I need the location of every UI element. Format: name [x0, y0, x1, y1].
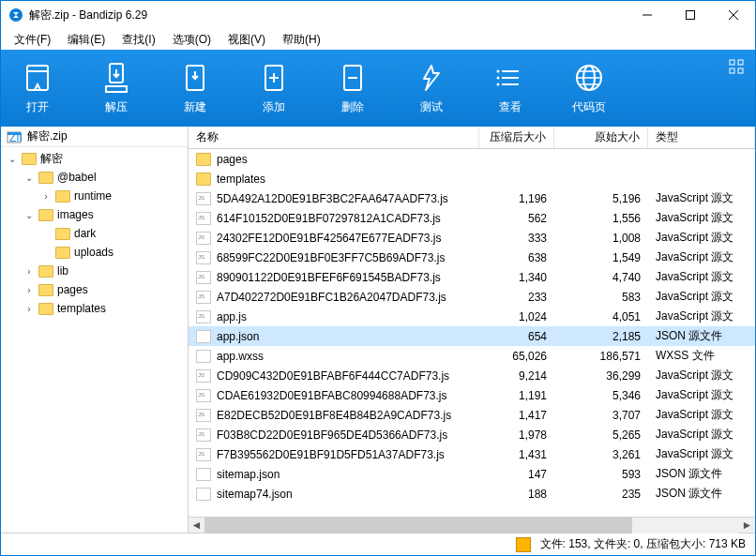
file-row[interactable]: CDAE61932D0E91BFABC80994688ADF73.js1,191… — [189, 385, 755, 405]
col-name[interactable]: 名称 — [189, 127, 479, 148]
close-button[interactable] — [712, 1, 755, 29]
toolbar-test-button[interactable]: 测试 — [406, 62, 457, 115]
expand-icon[interactable]: › — [23, 284, 35, 295]
menu-item[interactable]: 编辑(E) — [60, 30, 113, 50]
toolbar-view-button[interactable]: 查看 — [485, 62, 536, 115]
cell-type: JavaScript 源文 — [648, 210, 755, 226]
sidebar: ZIP 解密.zip ⌄解密⌄@babel›runtime⌄imagesdark… — [1, 127, 189, 533]
expand-icon[interactable]: ⌄ — [23, 209, 35, 220]
toolbar-codepage-button[interactable]: 代码页 — [564, 62, 614, 115]
toolbar-label: 新建 — [184, 99, 206, 115]
col-compressed[interactable]: 压缩后大小 — [479, 127, 554, 148]
file-row[interactable]: templates — [189, 169, 755, 188]
cell-name: 68599FC22D0E91BF0E3FF7C5B69ADF73.js — [189, 251, 479, 264]
scroll-track[interactable] — [204, 518, 739, 533]
cell-type: JavaScript 源文 — [648, 407, 755, 423]
minimize-button[interactable] — [626, 1, 669, 29]
cell-compressed: 147 — [479, 468, 554, 481]
maximize-button[interactable] — [669, 1, 712, 29]
tree-node[interactable]: uploads — [1, 243, 188, 262]
file-rows[interactable]: pagestemplates5DA492A12D0E91BF3BC2FAA647… — [189, 149, 755, 517]
col-original[interactable]: 原始大小 — [554, 127, 648, 148]
expand-icon[interactable] — [40, 247, 52, 258]
menu-item[interactable]: 帮助(H) — [275, 30, 328, 50]
file-row[interactable]: A7D402272D0E91BFC1B26A2047DADF73.js23358… — [189, 287, 755, 307]
expand-icon[interactable]: ⌄ — [7, 153, 18, 164]
tree-node[interactable]: ⌄解密 — [1, 149, 188, 168]
tree-label: lib — [57, 264, 68, 278]
file-row[interactable]: E82DECB52D0E91BF8E4B84B2A9CADF73.js1,417… — [189, 405, 755, 425]
expand-icon[interactable]: › — [23, 265, 35, 277]
cell-name: pages — [189, 153, 479, 166]
folder-icon — [38, 303, 53, 315]
horizontal-scrollbar[interactable]: ◄ ► — [189, 517, 755, 533]
cell-name: F03B8CD22D0E91BF965DE4D5366ADF73.js — [189, 428, 479, 442]
tree-node[interactable]: ›lib — [1, 262, 188, 280]
file-name: E82DECB52D0E91BF8E4B84B2A9CADF73.js — [217, 409, 451, 422]
file-row[interactable]: 614F10152D0E91BF07297812A1CADF73.js5621,… — [189, 208, 755, 228]
toolbar-add-button[interactable]: 添加 — [249, 62, 299, 115]
svg-point-12 — [497, 83, 500, 85]
js-icon — [196, 310, 211, 323]
scroll-thumb[interactable] — [204, 518, 632, 533]
file-row[interactable]: sitemap.json147593JSON 源文件 — [189, 464, 755, 484]
expand-icon[interactable] — [40, 228, 52, 239]
main-body: ZIP 解密.zip ⌄解密⌄@babel›runtime⌄imagesdark… — [1, 127, 755, 533]
titlebar: 解密.zip - Bandizip 6.29 — [1, 1, 755, 29]
file-row[interactable]: 68599FC22D0E91BF0E3FF7C5B69ADF73.js6381,… — [189, 248, 755, 267]
tree-node[interactable]: ⌄images — [1, 205, 188, 224]
menu-item[interactable]: 查找(I) — [114, 30, 162, 50]
tree-label: uploads — [74, 246, 113, 259]
file-row[interactable]: pages — [189, 149, 755, 169]
folder-icon — [55, 228, 70, 240]
expand-icon[interactable]: › — [23, 303, 35, 314]
status-bar: 文件: 153, 文件夹: 0, 压缩包大小: 713 KB — [1, 533, 755, 555]
file-row[interactable]: app.json6542,185JSON 源文件 — [189, 326, 755, 346]
tree-node[interactable]: ›templates — [1, 299, 188, 318]
cell-name: 890901122D0E91BFEF6F691545BADF73.js — [189, 271, 479, 284]
svg-rect-16 — [738, 60, 743, 65]
menu-item[interactable]: 视图(V) — [220, 30, 273, 50]
cell-type: JavaScript 源文 — [648, 368, 755, 383]
folder-icon — [196, 153, 211, 166]
scroll-left-icon[interactable]: ◄ — [189, 518, 204, 533]
column-headers[interactable]: 名称 压缩后大小 原始大小 类型 — [189, 127, 755, 149]
cell-type: JSON 源文件 — [648, 486, 755, 502]
file-name: app.json — [217, 330, 259, 343]
expand-icon[interactable]: › — [40, 190, 52, 202]
toolbar-delete-button[interactable]: 删除 — [327, 62, 378, 115]
file-row[interactable]: F7B395562D0E91BF91D5FD51A37ADF73.js1,431… — [189, 444, 755, 464]
file-row[interactable]: CD909C432D0E91BFABF6F444CC7ADF73.js9,214… — [189, 366, 755, 385]
file-row[interactable]: F03B8CD22D0E91BF965DE4D5366ADF73.js1,978… — [189, 425, 755, 444]
toolbar-open-button[interactable]: 打开 — [12, 62, 63, 115]
js-icon — [196, 291, 211, 304]
cell-compressed: 1,431 — [479, 448, 554, 461]
scroll-right-icon[interactable]: ► — [739, 518, 755, 533]
menu-item[interactable]: 选项(O) — [165, 30, 219, 50]
toolbar-new-button[interactable]: 新建 — [170, 62, 220, 115]
js-icon — [196, 428, 211, 442]
file-row[interactable]: sitemap74.json188235JSON 源文件 — [189, 484, 755, 503]
tree-node[interactable]: ›pages — [1, 280, 188, 299]
file-row[interactable]: 24302FE12D0E91BF425647E677EADF73.js3331,… — [189, 228, 755, 248]
cell-type: JavaScript 源文 — [648, 190, 755, 206]
cell-compressed: 9,214 — [479, 369, 554, 383]
file-row[interactable]: 890901122D0E91BFEF6F691545BADF73.js1,340… — [189, 267, 755, 287]
toolbar-more-icon[interactable] — [729, 59, 744, 74]
tree-node[interactable]: dark — [1, 224, 188, 243]
col-type[interactable]: 类型 — [648, 127, 755, 148]
cell-type: JavaScript 源文 — [648, 308, 755, 324]
cell-original: 36,299 — [554, 369, 648, 383]
toolbar-extract-button[interactable]: 解压 — [91, 62, 142, 115]
cell-compressed: 1,024 — [479, 310, 554, 323]
file-row[interactable]: app.js1,0244,051JavaScript 源文 — [189, 307, 755, 326]
menu-item[interactable]: 文件(F) — [7, 30, 58, 50]
tree-node[interactable]: ›runtime — [1, 187, 188, 205]
file-row[interactable]: 5DA492A12D0E91BF3BC2FAA647AADF73.js1,196… — [189, 188, 755, 208]
cell-name: CDAE61932D0E91BFABC80994688ADF73.js — [189, 389, 479, 402]
tree-node[interactable]: ⌄@babel — [1, 168, 188, 187]
tree-label: runtime — [74, 189, 112, 203]
folder-tree[interactable]: ⌄解密⌄@babel›runtime⌄imagesdarkuploads›lib… — [1, 147, 188, 533]
file-row[interactable]: app.wxss65,026186,571WXSS 文件 — [189, 346, 755, 366]
expand-icon[interactable]: ⌄ — [23, 172, 35, 183]
